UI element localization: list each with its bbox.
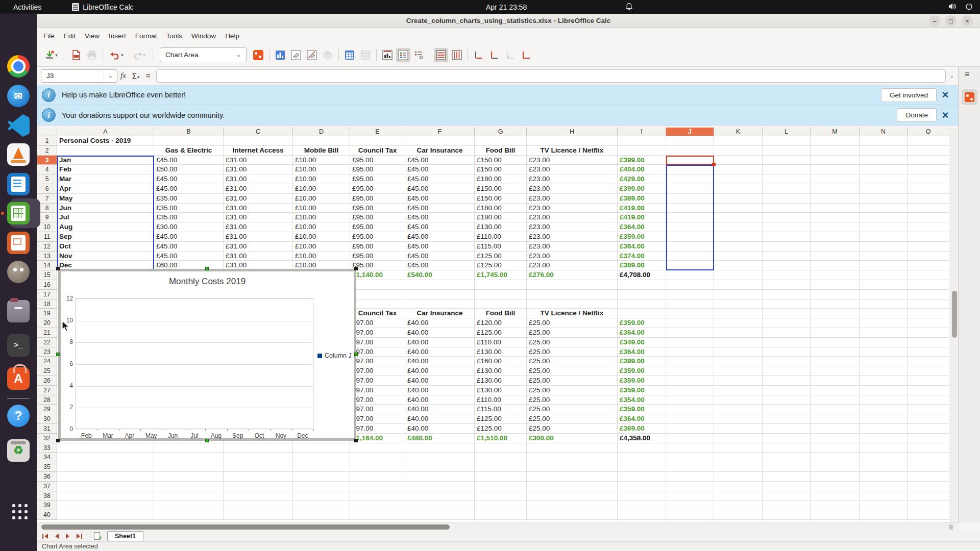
cell-K29[interactable] bbox=[714, 405, 763, 414]
cell-I10[interactable]: £364.00 bbox=[618, 222, 666, 232]
cell-O15[interactable] bbox=[908, 270, 949, 280]
cell-O36[interactable] bbox=[908, 472, 949, 482]
cell-O22[interactable] bbox=[908, 338, 949, 347]
cell-F29[interactable]: £40.00 bbox=[405, 405, 475, 414]
cell-M11[interactable] bbox=[811, 232, 860, 242]
chevron-down-icon[interactable]: ⌄ bbox=[104, 70, 117, 82]
cell-I4[interactable]: £404.00 bbox=[618, 165, 666, 174]
function-wizard-button[interactable]: fx bbox=[120, 71, 126, 80]
cell-O24[interactable] bbox=[908, 357, 949, 366]
cell-B7[interactable]: £35.00 bbox=[154, 194, 224, 204]
cell-L31[interactable] bbox=[763, 424, 811, 434]
cell-E17[interactable] bbox=[350, 290, 405, 299]
cell-A11[interactable]: Sep bbox=[57, 232, 154, 242]
clock[interactable]: Apr 21 23:58 bbox=[486, 0, 527, 14]
cell-G36[interactable] bbox=[475, 472, 527, 482]
cell-K33[interactable] bbox=[714, 443, 763, 453]
cell-J7[interactable] bbox=[666, 194, 714, 204]
cell-K9[interactable] bbox=[714, 213, 763, 222]
cell-F11[interactable]: £45.00 bbox=[405, 232, 475, 242]
cell-D6[interactable]: £10.00 bbox=[293, 184, 350, 194]
cell-C40[interactable] bbox=[224, 510, 293, 520]
cell-H3[interactable]: £23.00 bbox=[527, 156, 618, 165]
cell-L4[interactable] bbox=[763, 165, 811, 174]
cell-G26[interactable]: £130.00 bbox=[475, 376, 527, 386]
cell-G23[interactable]: £130.00 bbox=[475, 347, 527, 357]
close-icon[interactable]: × bbox=[937, 109, 954, 122]
cell-C4[interactable]: £31.00 bbox=[224, 165, 293, 174]
cell-H21[interactable]: £25.00 bbox=[527, 328, 618, 338]
cell-K11[interactable] bbox=[714, 232, 763, 242]
cell-J21[interactable] bbox=[666, 328, 714, 338]
cell-N35[interactable] bbox=[860, 462, 908, 472]
cell-L30[interactable] bbox=[763, 414, 811, 424]
cell-K5[interactable] bbox=[714, 174, 763, 184]
minimize-button[interactable]: – bbox=[929, 15, 940, 27]
cell-I6[interactable]: £399.00 bbox=[618, 184, 666, 194]
power-icon[interactable] bbox=[965, 3, 973, 12]
cell-C12[interactable]: £31.00 bbox=[224, 242, 293, 252]
cell-G31[interactable]: £125.00 bbox=[475, 424, 527, 434]
cell-A40[interactable] bbox=[57, 510, 154, 520]
cell-D10[interactable]: £10.00 bbox=[293, 222, 350, 232]
menu-edit[interactable]: Edit bbox=[59, 30, 80, 42]
cell-N2[interactable] bbox=[860, 146, 908, 156]
cell-D9[interactable]: £10.00 bbox=[293, 213, 350, 222]
cell-B10[interactable]: £30.00 bbox=[154, 222, 224, 232]
cell-J32[interactable] bbox=[666, 434, 714, 443]
cell-D35[interactable] bbox=[293, 462, 350, 472]
cell-F27[interactable]: £40.00 bbox=[405, 386, 475, 395]
cell-E9[interactable]: £95.00 bbox=[350, 213, 405, 222]
cell-M5[interactable] bbox=[811, 174, 860, 184]
cell-E24[interactable]: £97.00 bbox=[350, 357, 405, 366]
cell-L10[interactable] bbox=[763, 222, 811, 232]
column-header-B[interactable]: B bbox=[154, 128, 224, 136]
cell-M10[interactable] bbox=[811, 222, 860, 232]
cell-E30[interactable]: £97.00 bbox=[350, 414, 405, 424]
cell-L2[interactable] bbox=[763, 146, 811, 156]
legend-settings-button[interactable] bbox=[412, 48, 426, 62]
cell-H34[interactable] bbox=[527, 453, 618, 462]
row-header-26[interactable]: 26 bbox=[37, 376, 57, 386]
cell-M31[interactable] bbox=[811, 424, 860, 434]
row-header-19[interactable]: 19 bbox=[37, 309, 57, 318]
cell-L3[interactable] bbox=[763, 156, 811, 165]
cell-G2[interactable]: Food Bill bbox=[475, 146, 527, 156]
cell-I20[interactable]: £359.00 bbox=[618, 318, 666, 328]
cell-C6[interactable]: £31.00 bbox=[224, 184, 293, 194]
cell-N38[interactable] bbox=[860, 491, 908, 501]
cell-O10[interactable] bbox=[908, 222, 949, 232]
cell-F16[interactable] bbox=[405, 280, 475, 290]
cell-G1[interactable] bbox=[475, 136, 527, 146]
cell-A4[interactable]: Feb bbox=[57, 165, 154, 174]
cell-F36[interactable] bbox=[405, 472, 475, 482]
cell-G8[interactable]: £180.00 bbox=[475, 204, 527, 213]
cell-M27[interactable] bbox=[811, 386, 860, 395]
cell-I30[interactable]: £364.00 bbox=[618, 414, 666, 424]
cell-I24[interactable]: £399.00 bbox=[618, 357, 666, 366]
cell-N27[interactable] bbox=[860, 386, 908, 395]
cell-L29[interactable] bbox=[763, 405, 811, 414]
cell-O12[interactable] bbox=[908, 242, 949, 252]
cell-E26[interactable]: £97.00 bbox=[350, 376, 405, 386]
cell-N23[interactable] bbox=[860, 347, 908, 357]
row-header-24[interactable]: 24 bbox=[37, 357, 57, 366]
column-header-A[interactable]: A bbox=[57, 128, 154, 136]
cell-E16[interactable] bbox=[350, 280, 405, 290]
row-header-22[interactable]: 22 bbox=[37, 338, 57, 347]
cell-D39[interactable] bbox=[293, 500, 350, 510]
cell-M14[interactable] bbox=[811, 261, 860, 270]
cell-E4[interactable]: £95.00 bbox=[350, 165, 405, 174]
cell-J20[interactable] bbox=[666, 318, 714, 328]
chart-element-selector[interactable]: Chart Area ⌄ bbox=[160, 47, 247, 62]
cell-L36[interactable] bbox=[763, 472, 811, 482]
cell-F17[interactable] bbox=[405, 290, 475, 299]
activities-button[interactable]: Activities bbox=[13, 3, 41, 11]
row-header-3[interactable]: 3 bbox=[37, 156, 57, 165]
cell-F33[interactable] bbox=[405, 443, 475, 453]
cell-G14[interactable]: £125.00 bbox=[475, 261, 527, 270]
row-header-38[interactable]: 38 bbox=[37, 491, 57, 501]
cell-K10[interactable] bbox=[714, 222, 763, 232]
autosum-button[interactable]: Σ▾ bbox=[132, 71, 140, 80]
row-header-4[interactable]: 4 bbox=[37, 165, 57, 174]
